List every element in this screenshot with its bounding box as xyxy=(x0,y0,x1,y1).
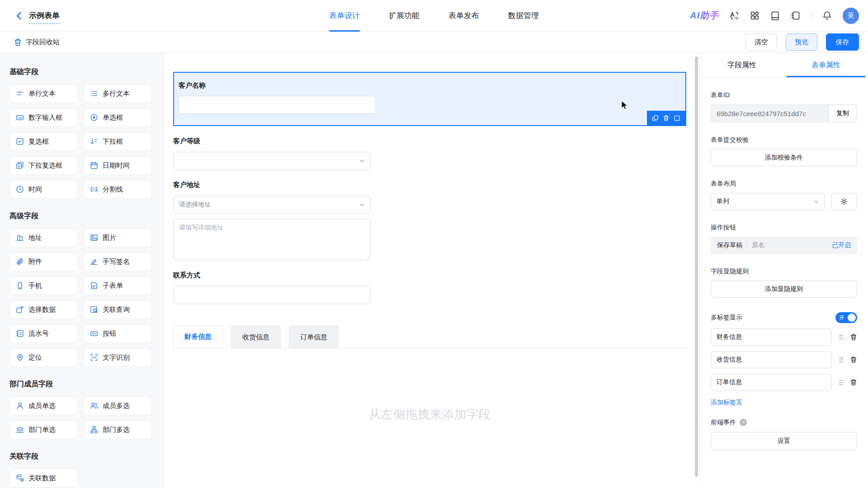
tab-field-properties[interactable]: 字段属性 xyxy=(700,53,784,77)
tab-name-input-shipping[interactable] xyxy=(711,351,832,368)
form-title[interactable]: 示例表单 xyxy=(29,10,60,21)
trash-icon[interactable] xyxy=(850,356,857,363)
contact-input[interactable] xyxy=(173,286,371,304)
tab-data-management[interactable]: 数据管理 xyxy=(508,0,539,32)
bell-icon[interactable] xyxy=(822,11,832,20)
field-item-signature[interactable]: 手写签名 xyxy=(84,252,152,271)
field-item-image[interactable]: 图片 xyxy=(84,228,152,247)
field-item-divider[interactable]: 分割线 xyxy=(84,180,152,199)
layout-select-value: 单列 xyxy=(717,197,729,206)
add-visibility-rule-button[interactable]: 添加显隐规则 xyxy=(711,281,857,298)
tab-extensions[interactable]: 扩展功能 xyxy=(389,0,420,32)
field-item-location[interactable]: 定位 xyxy=(9,348,78,367)
svg-text:中: 中 xyxy=(735,16,739,20)
tab-form-design[interactable]: 表单设计 xyxy=(329,0,360,32)
dept-multi-icon xyxy=(90,426,98,434)
address-select[interactable]: 请选择地址 xyxy=(173,196,371,214)
save-button[interactable]: 保存 xyxy=(826,33,859,51)
field-item-label: 下拉框 xyxy=(103,137,123,146)
help-question-icon[interactable]: ? xyxy=(740,419,747,426)
field-item-datetime[interactable]: 日期时间 xyxy=(84,156,152,175)
layout-select[interactable]: 单列 xyxy=(711,193,825,210)
canvas-field-customer-address[interactable]: 客户地址 请选择地址 请填写详细地址 xyxy=(173,181,686,260)
field-recycle-bin[interactable]: 字段回收站 xyxy=(14,38,60,47)
field-item-member-single[interactable]: 成员单选 xyxy=(9,396,78,415)
resize-grip-icon[interactable] xyxy=(365,254,369,259)
field-item-subform[interactable]: 子表单 xyxy=(84,276,152,295)
field-item-serial[interactable]: 流水号 xyxy=(9,324,78,343)
trash-icon[interactable] xyxy=(850,379,857,386)
field-item-select-data[interactable]: 选择数据 xyxy=(9,300,78,319)
field-item-number-input[interactable]: 123 数字输入框 xyxy=(9,108,78,127)
field-item-related-data[interactable]: 关联数据 xyxy=(9,469,78,488)
add-tab-link[interactable]: 添加标签页 xyxy=(711,399,742,407)
field-item-multi-line-text[interactable]: 多行文本 xyxy=(84,84,152,103)
copy-id-button[interactable]: 复制 xyxy=(828,104,857,122)
field-item-dept-multi[interactable]: 部门多选 xyxy=(84,420,152,439)
customer-name-input[interactable] xyxy=(179,96,376,114)
copy-icon[interactable] xyxy=(652,115,659,122)
field-item-label: 关联数据 xyxy=(28,474,56,483)
translate-icon[interactable]: 中 xyxy=(730,11,739,20)
trash-icon[interactable] xyxy=(850,333,857,341)
multi-tab-toggle[interactable]: 开 xyxy=(835,312,857,323)
action-separator xyxy=(747,242,747,249)
preview-button[interactable]: 预览 xyxy=(786,33,817,51)
panel-tab-row-order xyxy=(711,374,857,391)
action-button-name: 保存草稿 xyxy=(717,241,742,249)
field-item-dept-single[interactable]: 部门单选 xyxy=(9,420,78,439)
field-item-time[interactable]: 时间 xyxy=(9,180,78,199)
back-icon[interactable] xyxy=(14,11,24,20)
field-item-label: 手写签名 xyxy=(103,258,130,266)
field-item-multi-select[interactable]: 下拉复选框 xyxy=(9,156,78,175)
field-item-phone[interactable]: 手机 xyxy=(9,276,78,295)
drag-handle-icon[interactable] xyxy=(838,379,844,386)
ai-assistant-button[interactable]: AI助手 xyxy=(690,9,719,22)
section-title-advanced-fields: 高级字段 xyxy=(9,211,152,221)
field-library-sidebar: 基础字段 单行文本 多行文本 123 数字输入框 单选框 复选框 xyxy=(0,53,164,488)
field-item-single-line-text[interactable]: 单行文本 xyxy=(9,84,78,103)
field-item-label: 成员单选 xyxy=(28,402,56,410)
action-status[interactable]: 已开启 xyxy=(832,241,851,249)
field-item-attachment[interactable]: 附件 xyxy=(9,252,78,271)
field-item-address[interactable]: 地址 xyxy=(9,228,78,247)
field-item-button[interactable]: Btn 按钮 xyxy=(84,324,152,343)
tab-form-publish[interactable]: 表单发布 xyxy=(448,0,479,32)
drag-handle-icon[interactable] xyxy=(838,334,844,341)
frontend-events-settings-button[interactable]: 设置 xyxy=(711,432,857,450)
address-detail-textarea[interactable]: 请填写详细地址 xyxy=(173,219,371,260)
canvas-tab-order[interactable]: 订单信息 xyxy=(289,326,339,348)
action-button-row[interactable]: 保存草稿 原名: 已开启 xyxy=(711,237,857,254)
tab-form-properties[interactable]: 表单属性 xyxy=(784,53,868,77)
field-action-bar xyxy=(647,111,685,125)
canvas-tab-shipping[interactable]: 收货信息 xyxy=(231,326,281,348)
field-item-radio[interactable]: 单选框 xyxy=(84,108,152,127)
notebook-icon[interactable] xyxy=(791,11,800,20)
canvas-field-contact[interactable]: 联系方式 xyxy=(173,271,686,304)
field-item-checkbox[interactable]: 复选框 xyxy=(9,132,78,151)
trash-icon[interactable] xyxy=(663,115,670,122)
tab-name-input-order[interactable] xyxy=(711,374,832,391)
field-item-label: 单选框 xyxy=(103,113,123,122)
form-canvas[interactable]: 客户名称 客户等级 客户地址 请选择地址 请填写详细地址 联系方式 财务信息 收… xyxy=(164,53,699,488)
canvas-scrollbar[interactable] xyxy=(695,56,698,477)
drag-handle-icon[interactable] xyxy=(838,357,844,363)
tab-name-input-finance[interactable] xyxy=(711,328,832,346)
canvas-field-customer-name[interactable]: 客户名称 xyxy=(173,72,686,126)
customer-level-select[interactable] xyxy=(173,152,371,170)
field-item-ocr[interactable]: OCR 文字识别 xyxy=(84,348,152,367)
svg-text:123: 123 xyxy=(18,117,22,119)
field-item-lookup[interactable]: 关联查询 xyxy=(84,300,152,319)
layout-settings-button[interactable] xyxy=(831,193,857,210)
book-icon[interactable] xyxy=(770,11,780,20)
square-icon[interactable] xyxy=(674,115,680,122)
apps-icon[interactable] xyxy=(750,11,760,20)
submit-validation-label: 表单提交校验 xyxy=(711,136,857,144)
field-item-select[interactable]: 下拉框 xyxy=(84,132,152,151)
canvas-field-customer-level[interactable]: 客户等级 xyxy=(173,137,686,170)
add-validation-button[interactable]: 添加校验条件 xyxy=(711,149,857,166)
avatar[interactable]: 英 xyxy=(843,8,859,24)
clear-button[interactable]: 清空 xyxy=(745,33,777,51)
canvas-tab-finance[interactable]: 财务信息 xyxy=(173,326,223,348)
field-item-member-multi[interactable]: 成员多选 xyxy=(84,396,152,415)
